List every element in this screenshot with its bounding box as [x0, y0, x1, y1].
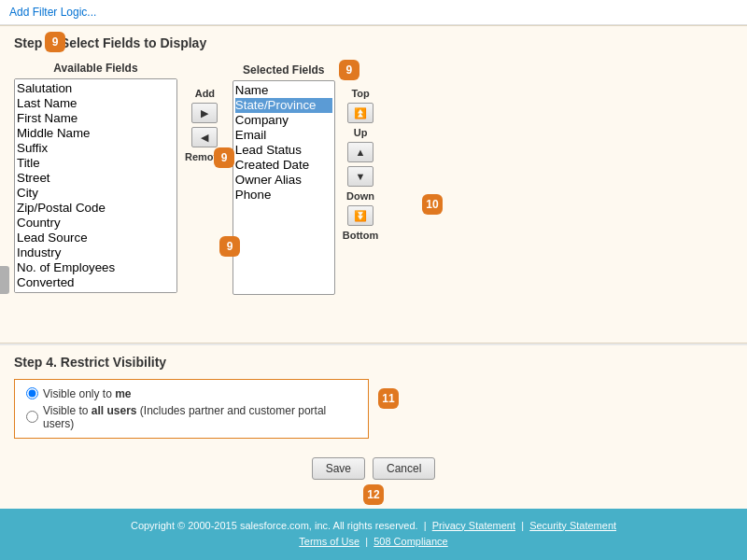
top-button[interactable]: ⏫: [347, 103, 374, 123]
left-scroll-handle[interactable]: [0, 266, 9, 294]
step4-title: Step 4. Restrict Visibility: [14, 355, 733, 370]
visibility-box: Visible only to me Visible to all users …: [14, 379, 369, 439]
list-item[interactable]: Lead Status: [235, 143, 332, 158]
step3-section: 9 Step 3. Select Fields to Display Avail…: [0, 25, 747, 343]
up-label: Up: [354, 127, 368, 138]
footer: Copyright © 2000-2015 salesforce.com, in…: [0, 509, 747, 560]
list-item[interactable]: Middle Name: [17, 126, 175, 141]
add-filter-logic-link[interactable]: Add Filter Logic...: [9, 6, 96, 19]
list-item[interactable]: Company: [235, 113, 332, 128]
list-item[interactable]: State/Province: [235, 98, 332, 113]
privacy-statement-link[interactable]: Privacy Statement: [432, 520, 515, 531]
list-item[interactable]: Lead Source: [17, 231, 175, 245]
security-statement-link[interactable]: Security Statement: [529, 520, 616, 531]
list-item[interactable]: Last Name: [17, 96, 175, 111]
available-fields-wrapper: Available Fields SalutationLast NameFirs…: [14, 62, 177, 293]
fields-container: Available Fields SalutationLast NameFirs…: [14, 62, 733, 295]
available-fields-list[interactable]: SalutationLast NameFirst NameMiddle Name…: [14, 78, 177, 293]
bottom-button[interactable]: ⏬: [347, 205, 374, 226]
down-label: Down: [346, 190, 374, 202]
cancel-button[interactable]: Cancel: [373, 457, 435, 480]
selected-fields-list[interactable]: NameState/ProvinceCompanyEmailLead Statu…: [233, 80, 335, 295]
list-item[interactable]: Email: [235, 128, 332, 143]
step3-title: Step 3. Select Fields to Display: [14, 35, 733, 50]
step4-section: Step 4. Restrict Visibility Visible only…: [0, 343, 747, 448]
available-fields-label: Available Fields: [53, 62, 137, 75]
visibility-radio-1[interactable]: [26, 387, 38, 399]
down-button[interactable]: ▼: [347, 166, 374, 187]
list-item[interactable]: Name: [235, 83, 332, 98]
list-item[interactable]: Converted: [17, 275, 175, 290]
visibility-label-1: Visible only to me: [43, 387, 132, 400]
list-item[interactable]: Title: [17, 156, 175, 171]
list-item[interactable]: Salutation: [17, 81, 175, 96]
up-button[interactable]: ▲: [347, 142, 374, 162]
badge-10: 10: [422, 194, 443, 215]
badge-9-selected: 9: [339, 60, 359, 80]
list-item[interactable]: Industry: [17, 245, 175, 260]
list-item[interactable]: Created Date: [235, 158, 332, 173]
save-cancel-row: Save Cancel: [0, 448, 747, 484]
visibility-radio-2[interactable]: [26, 411, 38, 423]
list-item[interactable]: No. of Employees: [17, 260, 175, 275]
top-bar: Add Filter Logic...: [0, 0, 747, 25]
selected-fields-wrapper: 9 Selected Fields NameState/ProvinceComp…: [233, 62, 335, 295]
add-button[interactable]: ▶: [191, 103, 218, 123]
selected-fields-label: Selected Fields: [243, 63, 324, 77]
list-item[interactable]: City: [17, 186, 175, 201]
save-button[interactable]: Save: [312, 457, 365, 480]
badge-12: 12: [363, 484, 384, 505]
list-item[interactable]: Street: [17, 171, 175, 186]
footer-text-2: Terms of Use | 508 Compliance: [14, 534, 733, 551]
list-item[interactable]: Last Activity: [17, 290, 175, 293]
add-remove-buttons: Add ▶ ◀ Remove: [185, 88, 225, 162]
list-item[interactable]: Zip/Postal Code: [17, 201, 175, 216]
separator1: |: [424, 520, 427, 531]
copyright-text: Copyright © 2000-2015 salesforce.com, in…: [131, 520, 418, 531]
list-item[interactable]: Country: [17, 216, 175, 231]
list-item[interactable]: Suffix: [17, 141, 175, 156]
visibility-option-2-row: Visible to all users (Includes partner a…: [26, 404, 357, 430]
footer-text: Copyright © 2000-2015 salesforce.com, in…: [14, 518, 733, 535]
list-item[interactable]: First Name: [17, 111, 175, 126]
separator3: |: [365, 536, 368, 547]
visibility-label-2: Visible to all users (Includes partner a…: [43, 404, 357, 430]
badge-11: 11: [378, 388, 399, 409]
list-item[interactable]: Phone: [235, 188, 332, 203]
remove-button[interactable]: ◀: [191, 127, 218, 147]
main-container: Add Filter Logic... 9 Step 3. Select Fie…: [0, 0, 747, 560]
separator2: |: [521, 520, 524, 531]
add-label: Add: [195, 88, 215, 99]
bottom-label: Bottom: [343, 230, 379, 241]
remove-label: Remove: [185, 151, 225, 162]
terms-of-use-link[interactable]: Terms of Use: [299, 536, 359, 547]
top-label: Top: [351, 88, 369, 99]
visibility-option-1-row: Visible only to me: [26, 387, 357, 400]
list-item[interactable]: Owner Alias: [235, 173, 332, 188]
compliance-link[interactable]: 508 Compliance: [374, 536, 448, 547]
order-buttons: Top ⏫ Up ▲ ▼ Down ⏬ Bottom: [343, 88, 379, 241]
